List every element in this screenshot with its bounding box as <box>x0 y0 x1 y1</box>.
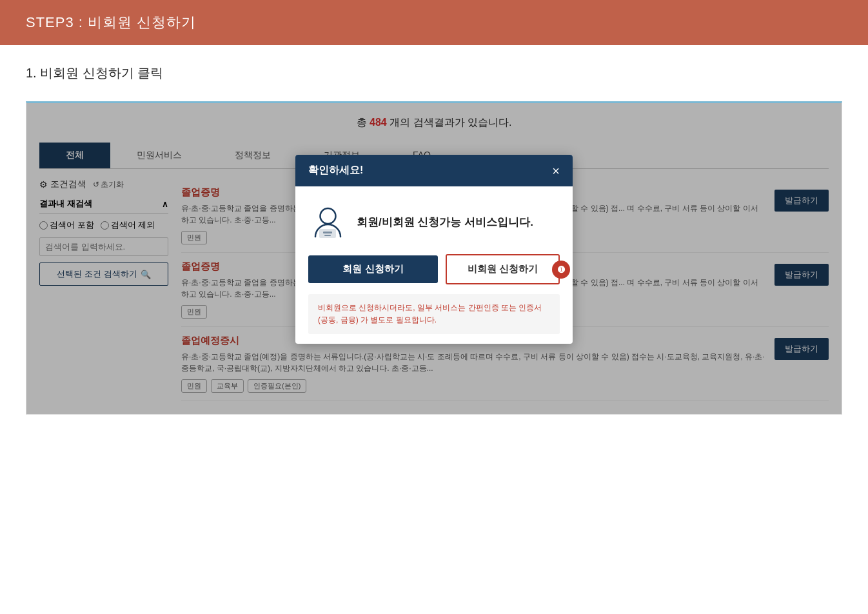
modal: 확인하세요! × <box>295 155 573 344</box>
section-suffix: 클릭 <box>137 66 163 80</box>
nonmember-signup-button[interactable]: 비회원 신청하기 <box>446 254 560 284</box>
section-title: 1. 비회원 신청하기 클릭 <box>26 64 842 82</box>
svg-rect-2 <box>323 232 332 233</box>
section-number: 1. <box>26 66 37 80</box>
content-box: 총 484 개의 검색결과가 있습니다. 전체 민원서비스 정책정보 기관정보 … <box>26 101 842 415</box>
page-title: STEP3 : 비회원 신청하기 <box>26 13 842 32</box>
member-icon <box>308 203 347 241</box>
step-badge: ❶ <box>552 261 570 279</box>
modal-buttons: 회원 신청하기 비회원 신청하기 ❶ <box>308 254 560 284</box>
modal-icon-row: 회원/비회원 신청가능 서비스입니다. <box>308 203 560 241</box>
nonmember-button-wrapper: 비회원 신청하기 ❶ <box>446 254 560 284</box>
modal-overlay: 확인하세요! × <box>26 103 842 414</box>
page-wrapper: STEP3 : 비회원 신청하기 1. 비회원 신청하기 클릭 총 484 개의… <box>0 0 868 614</box>
modal-header: 확인하세요! × <box>295 155 573 186</box>
svg-rect-3 <box>324 235 331 236</box>
svg-point-0 <box>320 208 335 224</box>
page-body: 1. 비회원 신청하기 클릭 총 484 개의 검색결과가 있습니다. 전체 민… <box>0 45 868 614</box>
modal-body: 회원/비회원 신청가능 서비스입니다. 회원 신청하기 비회원 신청하기 ❶ <box>295 186 573 344</box>
modal-notice: 비회원으로 신청하시더라도, 일부 서비스는 간편인증 또는 인증서(공동, 금… <box>308 294 560 334</box>
section-bold: 비회원 신청하기 <box>40 66 134 80</box>
member-signup-button[interactable]: 회원 신청하기 <box>308 255 438 283</box>
modal-title: 확인하세요! <box>308 164 363 177</box>
modal-close-button[interactable]: × <box>552 164 560 177</box>
modal-notice-text: 비회원으로 신청하시더라도, 일부 서비스는 간편인증 또는 인증서(공동, 금… <box>318 302 550 326</box>
page-header: STEP3 : 비회원 신청하기 <box>0 0 868 45</box>
modal-message: 회원/비회원 신청가능 서비스입니다. <box>357 215 533 230</box>
